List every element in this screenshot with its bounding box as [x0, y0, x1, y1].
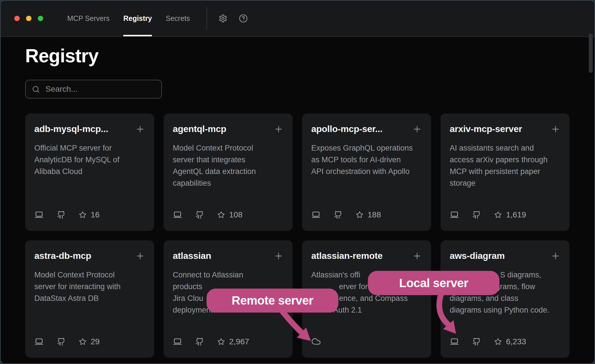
star-icon — [494, 211, 502, 219]
tab-secrets[interactable]: Secrets — [166, 1, 190, 36]
laptop-icon — [34, 337, 44, 346]
server-card-apollo-mcp-server[interactable]: apollo-mcp-ser... Exposes GraphQL operat… — [302, 113, 431, 231]
server-name: atlassian-remote — [311, 251, 383, 261]
star-count: 108 — [229, 210, 243, 219]
toolbar-divider — [207, 7, 207, 30]
add-server-button[interactable] — [135, 251, 145, 261]
local-server-callout: Local server — [368, 271, 499, 295]
main-nav: MCP Servers Registry Secrets — [67, 1, 190, 36]
add-server-button[interactable] — [551, 251, 560, 261]
star-count: 29 — [91, 337, 100, 346]
help-icon[interactable] — [239, 14, 248, 23]
server-card-agentql-mcp[interactable]: agentql-mcp Model Context Protocol serve… — [164, 113, 293, 231]
server-name: arxiv-mcp-server — [450, 124, 522, 134]
github-icon — [195, 211, 204, 219]
remote-server-arrow — [269, 309, 332, 349]
minimize-window-button[interactable] — [26, 16, 31, 21]
server-name: aws-diagram — [450, 251, 505, 261]
star-icon — [79, 338, 87, 346]
tab-mcp-servers[interactable]: MCP Servers — [67, 1, 110, 36]
search-input[interactable] — [45, 84, 155, 94]
star-count: 188 — [368, 210, 381, 219]
server-description: Exposes GraphQL operations as MCP tools … — [311, 142, 422, 177]
star-count: 6,233 — [506, 337, 526, 346]
add-server-button[interactable] — [274, 124, 283, 134]
star-icon — [494, 338, 502, 346]
star-count: 16 — [91, 210, 100, 219]
laptop-icon — [311, 210, 321, 219]
laptop-icon — [450, 210, 459, 219]
github-icon — [334, 211, 342, 219]
server-card-astra-db-mcp[interactable]: astra-db-mcp Model Context Protocol serv… — [25, 240, 154, 358]
add-server-button[interactable] — [412, 251, 422, 261]
add-server-button[interactable] — [412, 124, 422, 134]
star-icon — [217, 211, 225, 219]
page-title: Registry — [25, 45, 570, 67]
zoom-window-button[interactable] — [38, 16, 43, 21]
server-card-adb-mysql-mcp[interactable]: adb-mysql-mcp... Official MCP server for… — [25, 113, 154, 231]
settings-gear-icon[interactable] — [219, 14, 227, 23]
traffic-lights — [14, 16, 43, 21]
remote-server-callout: Remote server — [207, 289, 338, 313]
server-description: AI assistants search and access arXiv pa… — [450, 142, 560, 189]
add-server-button[interactable] — [551, 124, 560, 134]
add-server-button[interactable] — [274, 251, 283, 261]
github-icon — [57, 211, 66, 219]
app-window: MCP Servers Registry Secrets Registry — [0, 0, 595, 364]
server-name: astra-db-mcp — [34, 251, 91, 261]
server-card-arxiv-mcp-server[interactable]: arxiv-mcp-server AI assistants search an… — [441, 113, 570, 231]
server-description: Model Context Protocol server for intera… — [34, 269, 145, 304]
github-icon — [57, 337, 66, 346]
server-description: Model Context Protocol server that integ… — [173, 142, 283, 189]
star-count: 2,967 — [229, 337, 249, 346]
search-icon — [32, 85, 40, 93]
add-server-button[interactable] — [135, 124, 145, 134]
vertical-scrollbar-thumb[interactable] — [589, 33, 593, 73]
star-icon — [356, 211, 364, 219]
star-icon — [217, 338, 225, 346]
laptop-icon — [173, 337, 182, 346]
laptop-icon — [173, 210, 182, 219]
server-name: agentql-mcp — [173, 124, 226, 134]
search-box — [25, 80, 162, 99]
github-icon — [472, 211, 481, 219]
close-window-button[interactable] — [14, 16, 20, 21]
local-server-arrow — [431, 294, 480, 340]
tab-registry[interactable]: Registry — [123, 1, 152, 36]
title-bar: MCP Servers Registry Secrets — [1, 1, 594, 37]
github-icon — [195, 337, 204, 346]
server-name: atlassian — [173, 251, 211, 261]
server-name: adb-mysql-mcp... — [34, 124, 108, 134]
star-icon — [79, 211, 87, 219]
server-description: Official MCP server for AnalyticDB for M… — [34, 142, 145, 177]
laptop-icon — [34, 210, 44, 219]
star-count: 1,619 — [506, 210, 526, 219]
server-name: apollo-mcp-ser... — [311, 124, 382, 134]
